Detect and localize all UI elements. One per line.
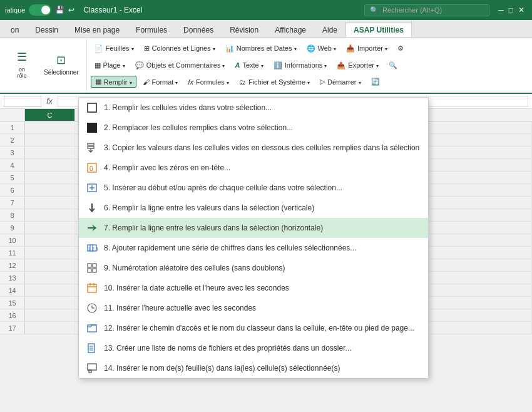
on-role-btn[interactable]: ☰ onrôle [6, 48, 38, 82]
tab-revision[interactable]: Révision [222, 22, 267, 37]
title-bar: iatique 💾 ↩ Classeur1 - Excel 🔍 Recherch… [0, 0, 532, 20]
maximize-btn[interactable]: □ [509, 6, 513, 14]
close-btn[interactable]: ✕ [518, 6, 524, 14]
fichier-btn[interactable]: 🗂 Fichier et Système ▾ [235, 77, 314, 87]
cell-c6[interactable] [25, 184, 75, 196]
dropdown-item-1[interactable]: 1. Remplir les cellules vides dans votre… [79, 98, 428, 118]
colonnes-btn[interactable]: ⊞ Colonnes et Lignes ▾ [140, 43, 219, 54]
svg-rect-16 [88, 269, 91, 272]
dropdown-item-13[interactable]: 13. Créer une liste de noms de fichiers … [79, 338, 428, 358]
exporter-label: Exporter ▾ [348, 61, 379, 69]
cell-c1[interactable] [25, 121, 75, 133]
texte-label: Texte ▾ [242, 61, 263, 69]
formules-btn[interactable]: fx Formules ▾ [184, 77, 232, 87]
name-box[interactable] [4, 96, 41, 107]
remplir-dropdown: 1. Remplir les cellules vides dans votre… [78, 97, 429, 379]
col-header-c[interactable]: C [25, 109, 75, 121]
tab-on[interactable]: on [3, 22, 27, 37]
toggle-knob [41, 6, 50, 14]
cell-c2[interactable] [25, 134, 75, 146]
cell-c11[interactable] [25, 247, 75, 259]
tab-asap-utilities[interactable]: ASAP Utilities [345, 22, 412, 37]
dropdown-item-12[interactable]: 12. Insérer le chemin d'accès et le nom … [79, 318, 428, 338]
dropdown-text-14: 14. Insérer le nom de(s) feuille(s) dans… [104, 364, 421, 373]
cell-c15[interactable] [25, 297, 75, 309]
save-icon[interactable]: 💾 [55, 6, 64, 14]
dropdown-item-6[interactable]: 6. Remplir la ligne entre les valeurs da… [79, 198, 428, 218]
tab-formules[interactable]: Formules [128, 22, 175, 37]
svg-rect-25 [88, 325, 96, 332]
fill-right-arrow-icon [86, 222, 98, 234]
settings-icon-btn[interactable]: ⚙ [394, 43, 407, 54]
demarrer-btn[interactable]: ▷ Démarrer ▾ [316, 76, 365, 87]
cell-c9[interactable] [25, 222, 75, 234]
dropdown-item-9[interactable]: 9. Numérotation aléatoire des cellules (… [79, 258, 428, 278]
format-btn[interactable]: 🖌 Format ▾ [139, 77, 182, 87]
cell-c16[interactable] [25, 309, 75, 321]
texte-btn[interactable]: A Texte ▾ [231, 60, 267, 70]
web-icon: 🌐 [307, 44, 315, 53]
file-list-icon [86, 342, 98, 354]
dropdown-item-3[interactable]: 3. Copier les valeurs dans les cellules … [79, 138, 428, 158]
tab-dessin[interactable]: Dessin [27, 22, 66, 37]
row-header: 14 [0, 284, 25, 296]
cell-c10[interactable] [25, 234, 75, 246]
dropdown-text-10: 10. Insérer la date actuelle et l'heure … [104, 284, 421, 292]
cell-c4[interactable] [25, 159, 75, 171]
autosave-toggle[interactable] [29, 4, 51, 16]
cell-c7[interactable] [25, 197, 75, 209]
search-r-btn[interactable]: 🔍 [385, 60, 401, 71]
cell-c17[interactable] [25, 322, 75, 334]
dropdown-text-2: 2. Remplacer les cellules remplies dans … [104, 123, 421, 132]
dropdown-item-8[interactable]: 1 2 3 8. Ajouter rapidement une série de… [79, 238, 428, 258]
cell-c5[interactable] [25, 172, 75, 183]
dropdown-icon-5 [86, 182, 98, 193]
selectionner-btn[interactable]: ⊡ Sélectionner [40, 51, 83, 80]
row-header: 15 [0, 297, 25, 309]
sheet-name-icon [86, 363, 98, 374]
importer-btn[interactable]: 📥 Importer ▾ [342, 43, 391, 54]
cell-c14[interactable] [25, 284, 75, 296]
cell-c12[interactable] [25, 259, 75, 271]
dropdown-icon-6 [86, 202, 98, 214]
web-btn[interactable]: 🌐 Web ▾ [303, 43, 340, 54]
row-header: 12 [0, 259, 25, 271]
informations-btn[interactable]: ℹ️ Informations ▾ [270, 60, 331, 71]
refresh-btn[interactable]: 🔄 [367, 76, 384, 87]
dropdown-icon-14 [86, 363, 98, 374]
selectionner-label: Sélectionner [44, 69, 79, 76]
dropdown-item-4[interactable]: 0 4. Remplir avec les zéros en en-tête..… [79, 158, 428, 178]
dropdown-item-11[interactable]: 11. Insérer l'heure actuelle avec les se… [79, 298, 428, 318]
cell-c3[interactable] [25, 147, 75, 158]
dropdown-icon-10 [86, 282, 98, 294]
dropdown-item-5[interactable]: 5. Insérer au début et/ou après de chaqu… [79, 178, 428, 198]
nombres-icon: 📊 [225, 44, 234, 53]
remplir-label: Remplir ▾ [104, 78, 132, 86]
dropdown-icon-2 [86, 122, 98, 133]
dropdown-item-14[interactable]: 14. Insérer le nom de(s) feuille(s) dans… [79, 358, 428, 378]
feuilles-btn[interactable]: 📄 Feuilles ▾ [91, 43, 138, 54]
exporter-btn[interactable]: 📤 Exporter ▾ [333, 60, 382, 71]
minimize-btn[interactable]: ─ [498, 6, 504, 14]
tab-aide[interactable]: Aide [314, 22, 345, 37]
format-icon: 🖌 [143, 78, 150, 86]
remplir-btn[interactable]: ▦ Remplir ▾ [91, 76, 136, 88]
objets-btn[interactable]: 💬 Objets et Commentaires ▾ [131, 60, 229, 71]
plage-btn[interactable]: ▦ Plage ▾ [91, 60, 129, 71]
dropdown-item-2[interactable]: 2. Remplacer les cellules remplies dans … [79, 118, 428, 138]
dropdown-item-7[interactable]: 7. Remplir la ligne entre les valeurs da… [79, 218, 428, 238]
undo-icon[interactable]: ↩ [68, 6, 74, 14]
tab-donnees[interactable]: Données [175, 22, 222, 37]
dropdown-text-3: 3. Copier les valeurs dans les cellules … [104, 143, 421, 152]
search-bar[interactable]: 🔍 Rechercher (Alt+Q) [364, 4, 489, 16]
dropdown-item-10[interactable]: 10. Insérer la date actuelle et l'heure … [79, 278, 428, 298]
dropdown-text-11: 11. Insérer l'heure actuelle avec les se… [104, 304, 421, 312]
dropdown-text-9: 9. Numérotation aléatoire des cellules (… [104, 264, 421, 272]
tab-affichage[interactable]: Affichage [267, 22, 314, 37]
svg-rect-1 [88, 147, 94, 148]
tab-mise-en-page[interactable]: Mise en page [66, 22, 128, 37]
nombres-btn[interactable]: 📊 Nombres et Dates ▾ [222, 43, 300, 54]
texte-icon: A [235, 61, 240, 69]
cell-c8[interactable] [25, 209, 75, 221]
cell-c13[interactable] [25, 272, 75, 284]
